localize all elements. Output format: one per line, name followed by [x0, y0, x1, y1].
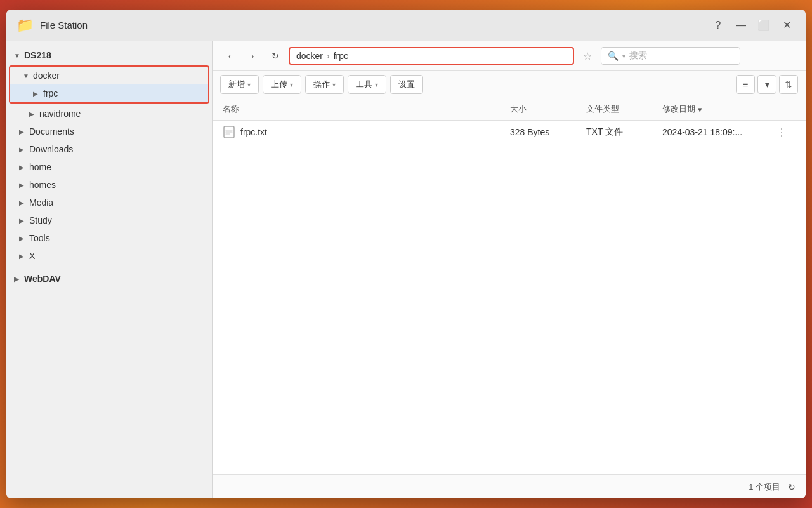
- tools-button[interactable]: 工具 ▾: [348, 75, 386, 94]
- sidebar-root-ds218[interactable]: ▼ DS218: [6, 46, 212, 64]
- titlebar-controls: ? — ⬜ ✕: [709, 17, 796, 34]
- col-modified-header[interactable]: 修改日期 ▾: [662, 104, 776, 115]
- path-separator: ›: [327, 51, 330, 61]
- webdav-label: WebDAV: [24, 274, 61, 284]
- navidrome-arrow: ▶: [29, 110, 39, 117]
- file-modified: 2024-03-21 18:09:...: [662, 127, 776, 137]
- path-bar[interactable]: docker › frpc: [289, 47, 574, 65]
- view-dropdown-icon: ▾: [765, 79, 769, 90]
- col-name-label: 名称: [223, 104, 239, 115]
- forward-button[interactable]: ›: [243, 46, 262, 65]
- upload-label: 上传: [271, 79, 287, 90]
- home-label: home: [29, 162, 51, 172]
- upload-dropdown-icon: ▾: [290, 81, 293, 88]
- item-count: 1 个项目: [749, 481, 780, 493]
- webdav-arrow: ▶: [14, 276, 24, 283]
- sidebar-item-documents[interactable]: ▶ Documents: [6, 123, 212, 140]
- col-modified-label: 修改日期: [662, 104, 695, 115]
- close-button[interactable]: ✕: [778, 17, 796, 34]
- x-arrow: ▶: [19, 253, 29, 260]
- ds218-label: DS218: [24, 50, 51, 60]
- view-controls: ≡ ▾ ⇅: [736, 75, 798, 94]
- sidebar-item-x[interactable]: ▶ X: [6, 247, 212, 265]
- search-placeholder: 搜索: [629, 50, 647, 62]
- col-type-label: 文件类型: [586, 104, 619, 115]
- help-button[interactable]: ?: [709, 17, 727, 34]
- file-station-window: 📁 File Station ? — ⬜ ✕ ▼ DS218 ▼ docker: [6, 10, 806, 498]
- sidebar-item-study[interactable]: ▶ Study: [6, 211, 212, 229]
- file-panel: ‹ › ↻ docker › frpc ☆ 🔍 ▾ 搜索 新增: [213, 41, 806, 498]
- x-label: X: [29, 251, 35, 261]
- operate-label: 操作: [313, 79, 330, 90]
- file-icon: [223, 126, 235, 138]
- tools-label: Tools: [29, 233, 50, 243]
- settings-label: 设置: [398, 79, 415, 90]
- search-dropdown[interactable]: ▾: [622, 53, 625, 60]
- operate-dropdown-icon: ▾: [332, 81, 336, 88]
- study-arrow: ▶: [19, 217, 29, 224]
- media-label: Media: [29, 197, 53, 208]
- sidebar-item-navidrome[interactable]: ▶ navidrome: [6, 105, 212, 123]
- sort-button[interactable]: ⇅: [779, 75, 798, 94]
- table-row[interactable]: frpc.txt 328 Bytes TXT 文件 2024-03-21 18:…: [213, 121, 806, 144]
- app-icon: 📁: [16, 17, 34, 34]
- file-size: 328 Bytes: [510, 127, 586, 137]
- docker-arrow: ▼: [23, 72, 33, 79]
- sidebar-item-frpc[interactable]: ▶ frpc: [10, 84, 208, 102]
- refresh-button[interactable]: ↻: [266, 46, 285, 65]
- sidebar-item-downloads[interactable]: ▶ Downloads: [6, 140, 212, 158]
- navigation-toolbar: ‹ › ↻ docker › frpc ☆ 🔍 ▾ 搜索: [213, 41, 806, 71]
- action-toolbar: 新增 ▾ 上传 ▾ 操作 ▾ 工具 ▾ 设置: [213, 71, 806, 98]
- file-name-cell: frpc.txt: [223, 126, 510, 138]
- sidebar-item-tools[interactable]: ▶ Tools: [6, 229, 212, 247]
- col-type-header[interactable]: 文件类型: [586, 104, 662, 115]
- table-header: 名称 大小 文件类型 修改日期 ▾: [213, 98, 806, 121]
- list-view-button[interactable]: ≡: [736, 75, 755, 94]
- file-name: frpc.txt: [240, 127, 267, 137]
- favorite-button[interactable]: ☆: [578, 46, 597, 65]
- view-dropdown-button[interactable]: ▾: [757, 75, 776, 94]
- downloads-arrow: ▶: [19, 146, 29, 153]
- col-actions-header: [776, 104, 796, 115]
- sort-icon: ⇅: [785, 79, 792, 90]
- col-size-header[interactable]: 大小: [510, 104, 586, 115]
- sidebar: ▼ DS218 ▼ docker ▶ frpc ▶ navidrome ▶: [6, 41, 213, 498]
- titlebar: 📁 File Station ? — ⬜ ✕: [6, 10, 806, 41]
- new-label: 新增: [228, 79, 245, 90]
- sidebar-item-home[interactable]: ▶ home: [6, 158, 212, 176]
- new-dropdown-icon: ▾: [247, 81, 251, 88]
- documents-label: Documents: [29, 126, 74, 137]
- tools-arrow: ▶: [19, 235, 29, 242]
- maximize-button[interactable]: ⬜: [755, 17, 773, 34]
- list-view-icon: ≡: [743, 79, 748, 90]
- path-folder: docker: [296, 51, 323, 61]
- sidebar-item-docker[interactable]: ▼ docker: [10, 67, 208, 84]
- new-button[interactable]: 新增 ▾: [220, 75, 259, 94]
- status-refresh-button[interactable]: ↻: [788, 482, 796, 492]
- docker-label: docker: [33, 70, 60, 81]
- study-label: Study: [29, 215, 52, 225]
- main-content: ▼ DS218 ▼ docker ▶ frpc ▶ navidrome ▶: [6, 41, 806, 498]
- docker-frpc-highlight: ▼ docker ▶ frpc: [9, 65, 209, 104]
- frpc-arrow: ▶: [33, 90, 43, 97]
- app-title: File Station: [40, 20, 88, 30]
- minimize-button[interactable]: —: [732, 17, 750, 34]
- status-bar: 1 个项目 ↻: [213, 474, 806, 498]
- settings-button[interactable]: 设置: [390, 75, 423, 94]
- homes-arrow: ▶: [19, 182, 29, 189]
- operate-button[interactable]: 操作 ▾: [305, 75, 344, 94]
- col-name-header[interactable]: 名称: [223, 104, 510, 115]
- col-modified-sort: ▾: [698, 105, 702, 114]
- tools-label: 工具: [356, 79, 372, 90]
- path-subfolder: frpc: [334, 51, 348, 61]
- media-arrow: ▶: [19, 199, 29, 206]
- frpc-label: frpc: [43, 88, 58, 98]
- documents-arrow: ▶: [19, 128, 29, 135]
- back-button[interactable]: ‹: [220, 46, 239, 65]
- sidebar-item-media[interactable]: ▶ Media: [6, 194, 212, 211]
- sidebar-item-homes[interactable]: ▶ homes: [6, 176, 212, 194]
- search-bar[interactable]: 🔍 ▾ 搜索: [601, 47, 740, 65]
- sidebar-item-webdav[interactable]: ▶ WebDAV: [6, 270, 212, 288]
- upload-button[interactable]: 上传 ▾: [263, 75, 301, 94]
- file-more-icon[interactable]: ⋮: [776, 126, 796, 138]
